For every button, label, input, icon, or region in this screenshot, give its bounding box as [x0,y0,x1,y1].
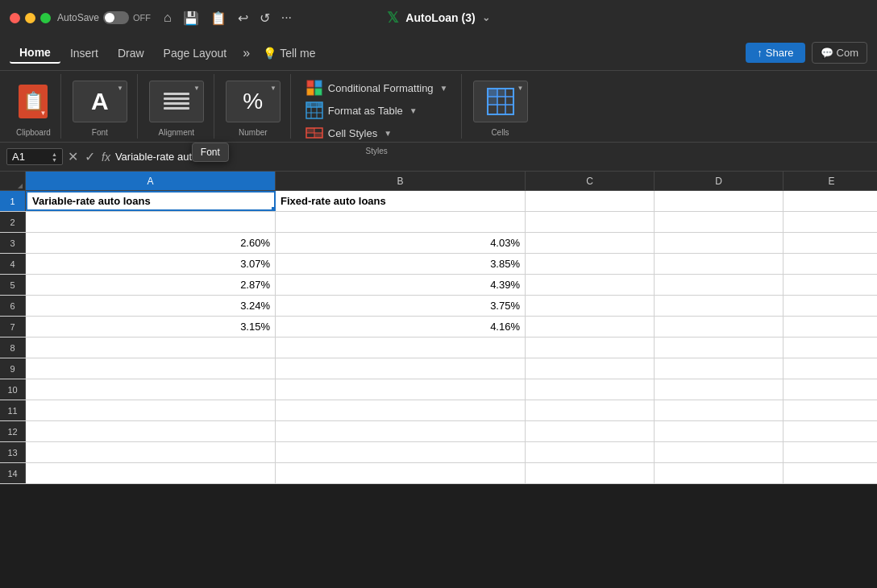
clipboard-button[interactable]: 📋 [19,85,48,118]
cell-b5[interactable]: 4.39% [276,275,526,295]
maximize-button[interactable] [40,13,51,23]
cell-d8[interactable] [655,337,783,358]
cell-d10[interactable] [655,379,783,400]
select-all-button[interactable] [0,172,26,191]
undo-icon[interactable]: ↩ [238,10,248,26]
cell-e6[interactable] [783,296,877,316]
close-button[interactable] [10,13,20,23]
cell-e11[interactable] [783,400,877,420]
cell-d6[interactable] [655,296,783,316]
cell-styles-item[interactable]: Cell Styles ▼ [302,122,451,143]
cell-c1[interactable] [526,191,655,211]
column-header-d[interactable]: D [655,172,783,190]
cell-b11[interactable] [276,400,526,420]
cell-b2[interactable] [276,212,526,232]
cell-a13[interactable] [26,442,276,462]
cell-b10[interactable] [276,379,526,400]
cell-c8[interactable] [526,337,655,358]
tab-draw[interactable]: Draw [108,43,154,63]
cell-c2[interactable] [526,212,655,232]
cell-d1[interactable] [655,191,783,211]
conditional-formatting-item[interactable]: Conditional Formatting ▼ [302,77,451,98]
cell-d7[interactable] [655,317,783,337]
cell-a1[interactable]: Variable-rate auto loans [26,191,276,211]
cell-b7[interactable]: 4.16% [276,317,526,337]
cells-button[interactable]: ▼ [473,81,528,122]
cell-a14[interactable] [26,463,276,483]
cell-e12[interactable] [783,421,877,441]
column-header-b[interactable]: B [276,172,526,190]
cell-e1[interactable] [783,191,877,211]
font-button[interactable]: A ▼ [73,81,127,122]
cell-c11[interactable] [526,400,655,420]
cell-e9[interactable] [783,358,877,379]
cell-e7[interactable] [783,317,877,337]
cell-b1[interactable]: Fixed-rate auto loans [276,191,526,211]
cell-e13[interactable] [783,442,877,462]
home-icon[interactable]: ⌂ [164,10,172,25]
cell-c9[interactable] [526,358,655,379]
cell-d2[interactable] [655,212,783,232]
cell-a10[interactable] [26,379,276,400]
column-header-a[interactable]: A [26,172,276,190]
tab-home[interactable]: Home [10,43,60,64]
alignment-button[interactable]: ▼ [149,81,204,122]
cell-b9[interactable] [276,358,526,379]
cell-c7[interactable] [526,317,655,337]
cell-c13[interactable] [526,442,655,462]
cell-d12[interactable] [655,421,783,441]
cell-d14[interactable] [655,463,783,483]
save-as-icon[interactable]: 📋 [210,10,227,26]
tab-page-layout[interactable]: Page Layout [154,43,237,63]
more-icon[interactable]: ··· [281,10,292,25]
redo-icon[interactable]: ↺ [260,10,270,26]
cell-reference-box[interactable]: A1 ▲ ▼ [6,148,63,165]
cell-b13[interactable] [276,442,526,462]
cell-a7[interactable]: 3.15% [26,317,276,337]
cell-d4[interactable] [655,254,783,274]
cell-a12[interactable] [26,421,276,441]
cell-a11[interactable] [26,400,276,420]
cell-e5[interactable] [783,275,877,295]
comment-button[interactable]: 💬 Com [812,42,867,64]
cell-c12[interactable] [526,421,655,441]
cell-d3[interactable] [655,233,783,253]
cell-b4[interactable]: 3.85% [276,254,526,274]
column-header-e[interactable]: E [783,172,877,190]
cell-d11[interactable] [655,400,783,420]
cell-a8[interactable] [26,337,276,358]
cell-b8[interactable] [276,337,526,358]
cell-a2[interactable] [26,212,276,232]
tab-insert[interactable]: Insert [60,43,108,63]
format-as-table-item[interactable]: Format as Table ▼ [302,100,451,121]
tell-me-bar[interactable]: 💡 Tell me [263,47,315,60]
confirm-formula-icon[interactable]: ✓ [85,149,95,164]
cell-c5[interactable] [526,275,655,295]
cell-e2[interactable] [783,212,877,232]
cell-d9[interactable] [655,358,783,379]
cell-c3[interactable] [526,233,655,253]
cell-b12[interactable] [276,421,526,441]
cell-b3[interactable]: 4.03% [276,233,526,253]
cell-a6[interactable]: 3.24% [26,296,276,316]
cancel-formula-icon[interactable]: ✕ [68,149,78,164]
cell-c10[interactable] [526,379,655,400]
cell-c6[interactable] [526,296,655,316]
cell-a3[interactable]: 2.60% [26,233,276,253]
more-tabs-icon[interactable]: » [236,43,256,64]
cell-e4[interactable] [783,254,877,274]
cell-c14[interactable] [526,463,655,483]
save-icon[interactable]: 💾 [183,10,199,26]
cell-c4[interactable] [526,254,655,274]
autosave-toggle[interactable] [103,11,129,24]
column-header-c[interactable]: C [526,172,655,190]
cell-a9[interactable] [26,358,276,379]
cell-b14[interactable] [276,463,526,483]
number-button[interactable]: % ▼ [226,81,281,122]
share-button[interactable]: ↑ Share [746,43,804,63]
minimize-button[interactable] [25,13,35,23]
cell-a5[interactable]: 2.87% [26,275,276,295]
cell-a4[interactable]: 3.07% [26,254,276,274]
cell-b6[interactable]: 3.75% [276,296,526,316]
cell-e3[interactable] [783,233,877,253]
